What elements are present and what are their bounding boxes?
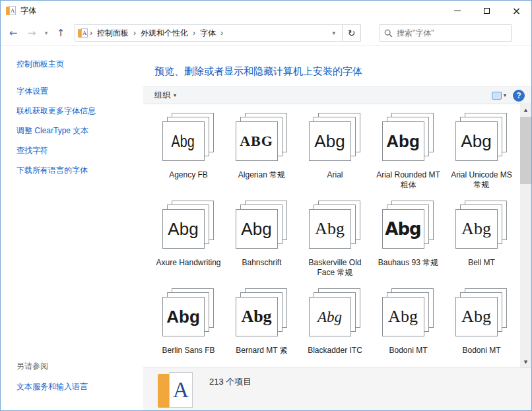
font-file-icon: Abg <box>455 288 508 338</box>
history-dropdown-icon[interactable]: ▾ <box>42 24 51 42</box>
maximize-button[interactable] <box>472 1 502 21</box>
font-file-icon: Abg <box>309 201 362 251</box>
address-dropdown-icon[interactable]: ▾ <box>328 30 339 36</box>
sidebar-item-get-font-info-online[interactable]: 联机获取更多字体信息 <box>17 106 137 117</box>
font-item[interactable]: Abg Bodoni MT <box>372 285 445 367</box>
back-button[interactable]: ← <box>5 24 22 42</box>
chevron-down-icon: ▾ <box>504 92 506 98</box>
address-bar[interactable]: A › 控制面板 › 外观和个性化 › 字体 › ▾ <box>75 24 343 42</box>
font-file-icon: ABG <box>236 113 288 163</box>
up-button[interactable]: ↑ <box>52 24 69 42</box>
fonts-app-icon: A <box>6 6 17 16</box>
item-count: 213 个项目 <box>209 376 251 388</box>
font-preview-text: Abg <box>317 309 342 325</box>
font-file-icon: Abg <box>162 288 215 338</box>
command-bar-right: ▾ ? <box>492 90 525 102</box>
breadcrumb-chevron[interactable]: › <box>219 28 224 38</box>
refresh-button[interactable]: ↻ <box>343 24 361 42</box>
font-file-icon: Abg <box>236 201 288 251</box>
breadcrumb-chevron[interactable]: › <box>132 28 137 38</box>
font-preview-text: Abg <box>172 133 195 150</box>
font-preview-text: Abg <box>461 220 491 237</box>
font-name: Algerian 常规 <box>238 170 285 180</box>
font-name: Bahnschrift <box>242 258 281 268</box>
sidebar-item-text-services[interactable]: 文本服务和输入语言 <box>17 381 137 393</box>
font-file-icon: Abg <box>455 201 508 251</box>
sidebar-item-download-fonts[interactable]: 下载所有语言的字体 <box>17 165 137 176</box>
font-file-icon: Abg <box>236 288 288 338</box>
font-item[interactable]: Abg Baskerville Old Face 常规 <box>298 197 372 284</box>
font-item[interactable]: Abg Bauhaus 93 常规 <box>372 197 445 284</box>
address-fonts-icon: A <box>78 28 88 38</box>
font-item[interactable]: Abg Bodoni MT <box>445 285 518 367</box>
font-file-icon: Abg <box>162 201 215 251</box>
fonts-folder-icon: A <box>158 371 195 410</box>
organize-label: 组织 <box>154 90 170 101</box>
font-item[interactable]: ABG Algerian 常规 <box>225 110 298 196</box>
font-preview-text: Abg <box>241 220 271 237</box>
see-also-header: 另请参阅 <box>17 361 137 372</box>
font-item[interactable]: Abg Berlin Sans FB <box>152 285 225 367</box>
breadcrumb-control-panel[interactable]: 控制面板 <box>94 28 132 39</box>
font-item[interactable]: Abg Bell MT <box>445 197 518 284</box>
font-preview-text: Abg <box>314 133 345 150</box>
window-body: 控制面板主页 字体设置 联机获取更多字体信息 调整 ClearType 文本 查… <box>1 46 531 410</box>
vertical-scrollbar[interactable]: ▲ ▼ <box>520 104 531 367</box>
status-bar: A 213 个项目 <box>143 367 531 410</box>
address-bar-wrap: A › 控制面板 › 外观和个性化 › 字体 › ▾ ↻ <box>75 24 361 42</box>
font-preview-text: Abg <box>461 133 491 150</box>
scrollbar-thumb[interactable] <box>520 117 531 184</box>
font-file-icon: Abg <box>309 288 362 338</box>
font-item[interactable]: Abg Arial Rounded MT 粗体 <box>372 110 445 196</box>
scroll-down-arrow[interactable]: ▼ <box>520 356 531 367</box>
organize-button[interactable]: 组织 ▾ <box>154 90 176 101</box>
font-item[interactable]: Abg Bernard MT 紧 <box>225 285 298 367</box>
font-preview-text: Abg <box>386 133 420 150</box>
font-preview-text: Abg <box>315 220 345 237</box>
font-item[interactable]: Abg Bahnschrift <box>225 197 298 284</box>
change-view-button[interactable]: ▾ <box>492 92 506 100</box>
search-box <box>380 24 512 42</box>
font-file-icon: Abg <box>162 113 215 163</box>
fonts-window: A 字体 × ← → ▾ ↑ A › 控制面板 › 外观和个性化 › 字体 › <box>0 0 532 411</box>
font-preview-text: Abg <box>241 308 271 325</box>
font-preview-text: Abg <box>166 308 200 325</box>
maximize-icon <box>484 8 490 14</box>
font-file-icon: Abg <box>382 113 435 163</box>
scroll-up-arrow[interactable]: ▲ <box>520 104 531 115</box>
help-button[interactable]: ? <box>513 90 525 102</box>
breadcrumb-fonts[interactable]: 字体 <box>197 28 219 39</box>
font-item[interactable]: Abg Axure Handwriting <box>152 197 225 284</box>
navigation-bar: ← → ▾ ↑ A › 控制面板 › 外观和个性化 › 字体 › ▾ ↻ <box>1 21 531 46</box>
font-name: Agency FB <box>169 170 208 180</box>
breadcrumb-chevron[interactable]: › <box>88 28 94 38</box>
forward-button[interactable]: → <box>23 24 40 42</box>
minimize-button[interactable] <box>442 1 472 21</box>
font-name: Bodoni MT <box>389 346 427 356</box>
see-also-section: 另请参阅 文本服务和输入语言 <box>17 361 137 401</box>
font-name: Blackadder ITC <box>308 346 362 356</box>
sidebar-item-control-panel-home[interactable]: 控制面板主页 <box>17 59 137 70</box>
font-item[interactable]: Abg Blackadder ITC <box>298 285 372 367</box>
font-preview-text: Abg <box>168 220 198 237</box>
font-name: Axure Handwriting <box>156 258 220 268</box>
sidebar-item-find-character[interactable]: 查找字符 <box>17 145 137 156</box>
title-left: A 字体 <box>1 5 442 16</box>
font-name: Bauhaus 93 常规 <box>378 258 438 268</box>
sidebar-item-font-settings[interactable]: 字体设置 <box>17 86 137 97</box>
breadcrumb-appearance[interactable]: 外观和个性化 <box>137 28 191 39</box>
font-file-icon: Abg <box>309 113 362 163</box>
font-item[interactable]: Abg Arial <box>298 110 372 196</box>
sidebar-item-adjust-cleartype[interactable]: 调整 ClearType 文本 <box>17 125 137 137</box>
font-item[interactable]: Abg Arial Unicode MS 常规 <box>445 110 518 196</box>
command-bar: 组织 ▾ ▾ ? <box>143 86 531 104</box>
font-item[interactable]: Abg Agency FB <box>152 110 225 196</box>
font-grid: Abg Agency FB ABG Algerian 常规 Abg Arial … <box>143 104 520 367</box>
search-input[interactable] <box>397 28 507 38</box>
font-preview-text: Abg <box>388 308 418 325</box>
page-title: 预览、删除或者显示和隐藏计算机上安装的字体 <box>143 46 531 86</box>
content-area: Abg Agency FB ABG Algerian 常规 Abg Arial … <box>143 104 531 367</box>
main-panel: 预览、删除或者显示和隐藏计算机上安装的字体 组织 ▾ ▾ ? <box>143 46 531 410</box>
close-button[interactable]: × <box>502 1 531 21</box>
breadcrumb-chevron[interactable]: › <box>191 28 197 38</box>
